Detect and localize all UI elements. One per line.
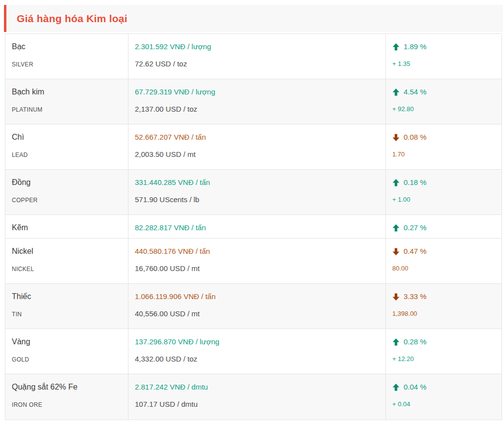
usd-price: 40,556.00 USD / mt bbox=[135, 309, 379, 318]
usd-price: 16,760.00 USD / mt bbox=[135, 264, 379, 273]
metal-name-cell: Bạch kim PLATINUM bbox=[5, 79, 128, 124]
widget-header: Giá hàng hóa Kim loại bbox=[4, 5, 503, 32]
change-percent-line: 1.89 % bbox=[392, 42, 495, 51]
commodity-price-widget: Giá hàng hóa Kim loại Bạc SILVER 2.301.5… bbox=[0, 0, 504, 420]
metal-symbol: SILVER bbox=[12, 61, 122, 68]
change-value: + 1.35 bbox=[392, 60, 495, 68]
vnd-price: 1.066.119.906 VNĐ / tấn bbox=[135, 292, 379, 301]
up-arrow-icon bbox=[392, 179, 400, 186]
change-percent: 0.18 % bbox=[404, 178, 427, 187]
change-percent: 0.27 % bbox=[404, 223, 427, 232]
change-percent-line: 0.27 % bbox=[392, 223, 495, 232]
table-row[interactable]: Đồng COPPER 331.440.285 VNĐ / tấn 571.90… bbox=[5, 170, 502, 215]
metal-name: Bạc bbox=[12, 42, 122, 51]
change-percent-line: 0.47 % bbox=[392, 247, 495, 256]
price-cell: 1.066.119.906 VNĐ / tấn 40,556.00 USD / … bbox=[128, 284, 385, 329]
vnd-price: 331.440.285 VNĐ / tấn bbox=[135, 178, 379, 187]
change-percent-line: 0.04 % bbox=[392, 383, 495, 392]
change-value: + 0.04 bbox=[392, 400, 495, 408]
change-percent: 0.47 % bbox=[404, 247, 427, 256]
change-cell: 1.89 % + 1.35 bbox=[385, 34, 502, 79]
change-cell: 0.08 % 1.70 bbox=[385, 124, 502, 169]
metal-symbol: PLATINUM bbox=[12, 106, 122, 113]
vnd-price: 440.580.176 VNĐ / tấn bbox=[135, 247, 379, 256]
change-value: 80.00 bbox=[392, 265, 495, 273]
change-cell: 0.47 % 80.00 bbox=[385, 239, 502, 283]
vnd-price: 82.282.817 VNĐ / tấn bbox=[135, 223, 379, 232]
metal-name: Vàng bbox=[12, 337, 122, 346]
usd-price: 4,332.00 USD / toz bbox=[135, 355, 379, 363]
metal-name: Nickel bbox=[12, 247, 122, 256]
metal-price-table: Bạc SILVER 2.301.592 VNĐ / lượng 72.62 U… bbox=[5, 33, 502, 420]
up-arrow-icon bbox=[392, 224, 400, 232]
vnd-price: 2.817.242 VNĐ / dmtu bbox=[135, 383, 379, 392]
change-percent: 1.89 % bbox=[404, 42, 427, 51]
price-cell: 440.580.176 VNĐ / tấn 16,760.00 USD / mt bbox=[128, 239, 385, 283]
usd-price: 571.90 UScents / lb bbox=[135, 195, 379, 204]
metal-name: Quặng sắt 62% Fe bbox=[12, 383, 122, 392]
change-cell: 0.04 % + 0.04 bbox=[385, 374, 502, 420]
table-row[interactable]: Vàng GOLD 137.296.870 VNĐ / lượng 4,332.… bbox=[5, 329, 502, 374]
change-cell: 0.18 % + 1.00 bbox=[385, 170, 502, 214]
change-cell: 4.54 % + 92.80 bbox=[385, 79, 502, 124]
usd-price: 2,003.50 USD / mt bbox=[135, 150, 379, 159]
change-percent-line: 0.08 % bbox=[392, 133, 495, 142]
metal-name-cell: Bạc SILVER bbox=[5, 34, 128, 79]
vnd-price: 2.301.592 VNĐ / lượng bbox=[135, 42, 379, 51]
metal-name-cell: Vàng GOLD bbox=[5, 329, 128, 374]
table-row[interactable]: Bạch kim PLATINUM 67.729.319 VNĐ / lượng… bbox=[5, 79, 502, 124]
metal-name-cell: Chì LEAD bbox=[5, 124, 128, 169]
metal-name-cell: Thiếc TIN bbox=[5, 284, 128, 329]
change-value: + 12.20 bbox=[392, 355, 495, 363]
page-title: Giá hàng hóa Kim loại bbox=[6, 13, 127, 25]
metal-symbol: COPPER bbox=[12, 197, 122, 204]
vnd-price: 67.729.319 VNĐ / lượng bbox=[135, 88, 379, 96]
usd-price: 2,137.00 USD / toz bbox=[135, 105, 379, 114]
table-row[interactable]: Bạc SILVER 2.301.592 VNĐ / lượng 72.62 U… bbox=[5, 34, 502, 79]
change-percent: 0.28 % bbox=[404, 337, 427, 346]
table-row[interactable]: Quặng sắt 62% Fe IRON ORE 2.817.242 VNĐ … bbox=[5, 374, 502, 420]
metal-symbol: GOLD bbox=[12, 356, 122, 363]
price-cell: 331.440.285 VNĐ / tấn 571.90 UScents / l… bbox=[128, 170, 385, 214]
down-arrow-icon bbox=[392, 248, 400, 255]
table-row[interactable]: Nickel NICKEL 440.580.176 VNĐ / tấn 16,7… bbox=[5, 239, 502, 284]
table-row[interactable]: Chì LEAD 52.667.207 VNĐ / tấn 2,003.50 U… bbox=[5, 124, 502, 170]
change-percent-line: 4.54 % bbox=[392, 88, 495, 96]
change-cell: 3.33 % 1,398.00 bbox=[385, 284, 502, 329]
change-value: + 1.00 bbox=[392, 196, 495, 204]
metal-name: Kẽm bbox=[12, 223, 122, 232]
table-row[interactable]: Kẽm 82.282.817 VNĐ / tấn 0.27 % bbox=[5, 215, 502, 239]
up-arrow-icon bbox=[392, 89, 400, 96]
vnd-price: 137.296.870 VNĐ / lượng bbox=[135, 337, 379, 346]
metal-name-cell: Quặng sắt 62% Fe IRON ORE bbox=[5, 374, 128, 420]
up-arrow-icon bbox=[392, 43, 400, 51]
usd-price: 107.17 USD / dmtu bbox=[135, 400, 379, 409]
price-cell: 67.729.319 VNĐ / lượng 2,137.00 USD / to… bbox=[128, 79, 385, 124]
change-percent: 0.04 % bbox=[404, 383, 427, 392]
change-percent-line: 0.18 % bbox=[392, 178, 495, 187]
up-arrow-icon bbox=[392, 384, 400, 391]
change-cell: 0.28 % + 12.20 bbox=[385, 329, 502, 374]
metal-name-cell: Đồng COPPER bbox=[5, 170, 128, 214]
change-percent: 3.33 % bbox=[404, 292, 427, 301]
down-arrow-icon bbox=[392, 134, 400, 141]
metal-name-cell: Nickel NICKEL bbox=[5, 239, 128, 283]
change-value: 1.70 bbox=[392, 151, 495, 158]
metal-name: Đồng bbox=[12, 178, 122, 187]
metal-symbol: NICKEL bbox=[12, 266, 122, 273]
metal-name: Thiếc bbox=[12, 292, 122, 301]
metal-symbol: LEAD bbox=[12, 151, 122, 158]
price-cell: 52.667.207 VNĐ / tấn 2,003.50 USD / mt bbox=[128, 124, 385, 169]
metal-symbol: IRON ORE bbox=[12, 401, 122, 408]
change-value: + 92.80 bbox=[392, 105, 495, 113]
metal-symbol: TIN bbox=[12, 311, 122, 318]
metal-name-cell: Kẽm bbox=[5, 215, 128, 238]
up-arrow-icon bbox=[392, 338, 400, 346]
metal-name: Bạch kim bbox=[12, 88, 122, 96]
price-cell: 2.817.242 VNĐ / dmtu 107.17 USD / dmtu bbox=[128, 374, 385, 420]
table-row[interactable]: Thiếc TIN 1.066.119.906 VNĐ / tấn 40,556… bbox=[5, 284, 502, 329]
price-cell: 137.296.870 VNĐ / lượng 4,332.00 USD / t… bbox=[128, 329, 385, 374]
change-cell: 0.27 % bbox=[385, 215, 502, 238]
vnd-price: 52.667.207 VNĐ / tấn bbox=[135, 133, 379, 142]
change-value: 1,398.00 bbox=[392, 310, 495, 318]
